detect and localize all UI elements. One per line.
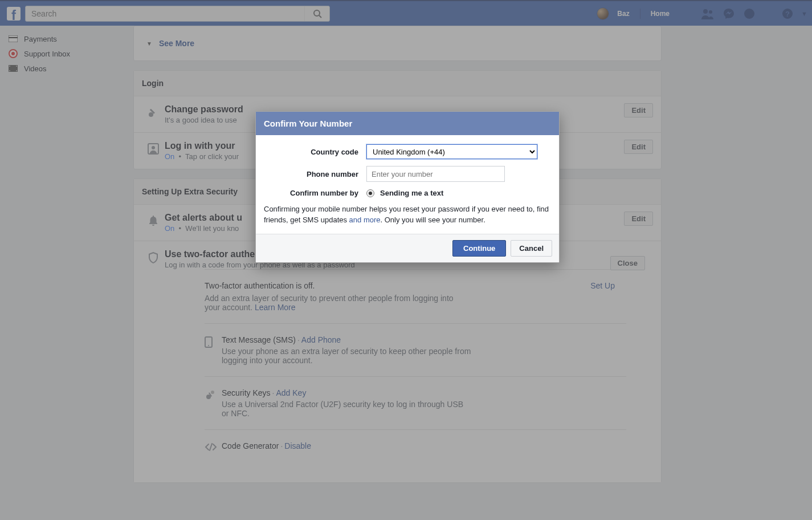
confirm-by-label: Confirm number by <box>264 189 366 197</box>
country-code-select[interactable]: United Kingdom (+44) <box>366 144 537 159</box>
continue-button[interactable]: Continue <box>452 240 506 257</box>
phone-number-label: Phone number <box>264 170 366 178</box>
confirm-number-modal: Confirm Your Number Country code United … <box>255 111 560 263</box>
modal-info: Confirming your mobile number helps you … <box>264 204 551 226</box>
radio-text-label: Sending me a text <box>380 189 443 197</box>
modal-title: Confirm Your Number <box>256 112 559 135</box>
phone-number-input[interactable] <box>366 166 505 182</box>
radio-text-option[interactable] <box>366 189 374 197</box>
cancel-button[interactable]: Cancel <box>511 240 552 257</box>
country-code-label: Country code <box>264 148 366 156</box>
and-more-link[interactable]: and more <box>349 216 381 224</box>
modal-footer: Continue Cancel <box>256 234 559 262</box>
modal-body: Country code United Kingdom (+44) Phone … <box>256 135 559 234</box>
